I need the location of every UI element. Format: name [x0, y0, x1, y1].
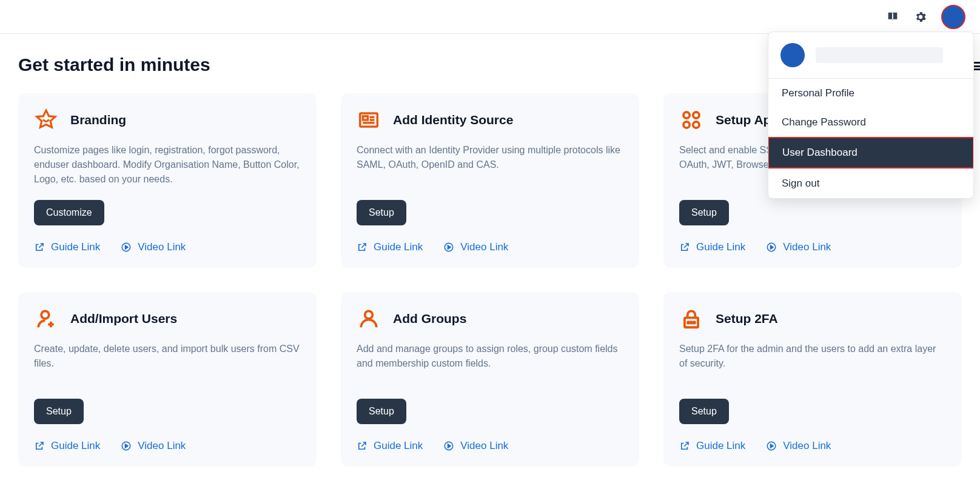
guide-link[interactable]: Guide Link [357, 440, 423, 452]
svg-point-20 [691, 322, 693, 324]
card-desc: Connect with an Identity Provider using … [357, 143, 623, 187]
guide-link[interactable]: Guide Link [357, 241, 423, 253]
apps-icon [679, 108, 703, 132]
play-circle-icon [766, 242, 777, 253]
card-setup-2fa: Setup 2FA Setup 2FA for the admin and th… [663, 292, 962, 467]
book-icon[interactable] [885, 10, 900, 24]
card-title: Add/Import Users [70, 311, 177, 326]
svg-point-19 [688, 322, 690, 324]
user-plus-icon [34, 307, 58, 331]
play-circle-icon [766, 440, 777, 451]
video-link[interactable]: Video Link [766, 241, 831, 253]
menu-item-change-password[interactable]: Change Password [768, 108, 973, 137]
menu-item-personal-profile[interactable]: Personal Profile [768, 79, 973, 108]
svg-point-16 [365, 311, 373, 319]
user-menu-header [768, 32, 973, 79]
card-title: Add Groups [393, 311, 466, 326]
setup-button[interactable]: Setup [679, 200, 729, 225]
card-desc: Setup 2FA for the admin and the users to… [679, 342, 946, 385]
card-header: Add/Import Users [34, 307, 301, 331]
video-link[interactable]: Video Link [443, 440, 508, 452]
card-header: Add Identity Source [357, 108, 623, 132]
customize-button[interactable]: Customize [34, 200, 104, 225]
guide-link[interactable]: Guide Link [34, 241, 100, 253]
user-icon [357, 307, 381, 331]
card-title: Setup 2FA [716, 311, 778, 326]
star-icon [34, 108, 58, 132]
guide-link[interactable]: Guide Link [679, 440, 745, 452]
svg-point-7 [683, 112, 690, 118]
external-link-icon [357, 242, 368, 253]
svg-rect-2 [363, 116, 368, 120]
card-links: Guide Link Video Link [357, 440, 623, 452]
card-header: Setup 2FA [679, 307, 946, 331]
card-links: Guide Link Video Link [34, 241, 301, 253]
card-branding: Branding Customize pages like login, reg… [18, 93, 317, 268]
video-link[interactable]: Video Link [766, 440, 831, 452]
video-link-label: Video Link [783, 241, 831, 253]
user-menu-name-placeholder [816, 47, 943, 63]
svg-point-9 [683, 122, 690, 128]
external-link-icon [679, 440, 690, 451]
lock-icon [679, 307, 703, 331]
play-circle-icon [443, 440, 454, 451]
card-title: Branding [70, 113, 126, 127]
guide-link-label: Guide Link [51, 440, 100, 452]
video-link-label: Video Link [783, 440, 831, 452]
card-identity-source: Add Identity Source Connect with an Iden… [341, 93, 639, 268]
external-link-icon [679, 242, 690, 253]
setup-button[interactable]: Setup [357, 200, 406, 225]
guide-link-label: Guide Link [374, 241, 423, 253]
card-header: Add Groups [357, 307, 623, 331]
card-desc: Add and manage groups to assign roles, g… [357, 342, 623, 385]
guide-link-label: Guide Link [696, 440, 745, 452]
video-link-label: Video Link [138, 440, 186, 452]
svg-point-10 [693, 122, 699, 128]
svg-point-21 [693, 322, 695, 324]
setup-button[interactable]: Setup [357, 399, 406, 424]
card-add-users: Add/Import Users Create, update, delete … [18, 292, 317, 467]
video-link[interactable]: Video Link [443, 241, 508, 253]
play-circle-icon [121, 440, 132, 451]
id-card-icon [357, 108, 381, 132]
topbar [0, 0, 980, 34]
setup-button[interactable]: Setup [679, 399, 729, 424]
gear-icon[interactable] [913, 10, 928, 24]
card-add-groups: Add Groups Add and manage groups to assi… [341, 292, 639, 467]
svg-point-8 [693, 112, 699, 118]
card-header: Branding [34, 108, 301, 132]
setup-button[interactable]: Setup [34, 399, 84, 424]
external-link-icon [34, 440, 45, 451]
card-desc: Customize pages like login, registration… [34, 143, 301, 187]
guide-link-label: Guide Link [696, 241, 745, 253]
video-link[interactable]: Video Link [121, 440, 186, 452]
user-menu: Personal Profile Change Password User Da… [768, 32, 974, 199]
guide-link-label: Guide Link [51, 241, 100, 253]
play-circle-icon [443, 242, 454, 253]
video-link[interactable]: Video Link [121, 241, 186, 253]
external-link-icon [34, 242, 45, 253]
avatar[interactable] [941, 5, 965, 29]
video-link-label: Video Link [460, 241, 508, 253]
guide-link-label: Guide Link [374, 440, 423, 452]
play-circle-icon [121, 242, 132, 253]
avatar-icon [780, 43, 805, 67]
video-link-label: Video Link [460, 440, 508, 452]
external-link-icon [357, 440, 368, 451]
card-links: Guide Link Video Link [679, 241, 946, 253]
card-links: Guide Link Video Link [357, 241, 623, 253]
video-link-label: Video Link [138, 241, 186, 253]
card-desc: Create, update, delete users, and import… [34, 342, 301, 385]
card-links: Guide Link Video Link [679, 440, 946, 452]
guide-link[interactable]: Guide Link [34, 440, 100, 452]
svg-point-12 [41, 311, 49, 319]
card-links: Guide Link Video Link [34, 440, 301, 452]
guide-link[interactable]: Guide Link [679, 241, 745, 253]
menu-item-user-dashboard[interactable]: User Dashboard [768, 137, 974, 168]
card-title: Add Identity Source [393, 113, 513, 127]
menu-item-sign-out[interactable]: Sign out [768, 169, 973, 198]
